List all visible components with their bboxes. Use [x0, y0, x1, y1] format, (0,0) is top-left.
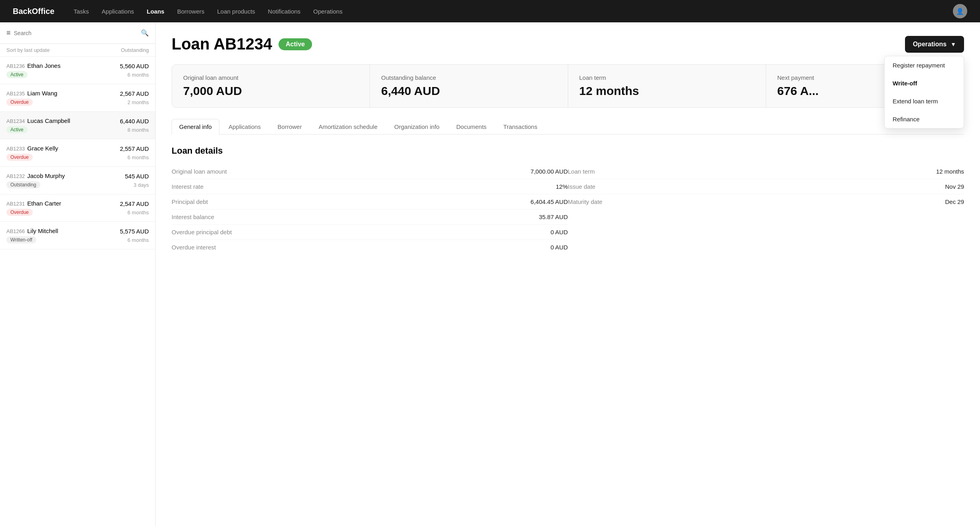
loan-amount: 6,440 AUD [120, 118, 149, 125]
nav-applications[interactable]: Applications [102, 8, 134, 15]
loan-item-ab1234[interactable]: AB1234Lucas Campbell 6,440 AUD Active 8 … [0, 112, 155, 139]
detail-value: 35.87 AUD [539, 214, 568, 220]
operations-dropdown-menu: Register repayment Write-off Extend loan… [884, 56, 964, 129]
loan-id: AB1234 [6, 118, 25, 124]
main-content: Loan AB1234 Active Operations ▼ Register… [156, 22, 980, 526]
status-badge: Active [6, 71, 28, 78]
dropdown-register-repayment[interactable]: Register repayment [885, 56, 964, 74]
nav-loans[interactable]: Loans [147, 8, 164, 15]
detail-label: Maturity date [568, 198, 603, 205]
loan-name: Liam Wang [27, 90, 57, 97]
avatar[interactable]: 👤 [953, 4, 967, 18]
loan-item-ab1233[interactable]: AB1233Grace Kelly 2,557 AUD Overdue 6 mo… [0, 139, 155, 167]
status-badge: Outstanding [6, 181, 40, 188]
dropdown-extend-loan-term[interactable]: Extend loan term [885, 92, 964, 110]
detail-issue-date: Issue date Nov 29 [568, 179, 964, 194]
loan-duration: 3 days [134, 182, 149, 188]
detail-original-loan: Original loan amount 7,000.00 AUD [172, 164, 568, 179]
stat-label: Loan term [579, 74, 755, 81]
loan-amount: 545 AUD [125, 173, 149, 180]
stat-label: Original loan amount [183, 74, 358, 81]
status-badge: Active [6, 126, 28, 133]
loan-duration: 6 months [128, 154, 149, 160]
tabs: General info Applications Borrower Amort… [172, 119, 964, 134]
loan-duration: 2 months [128, 99, 149, 105]
tab-transactions[interactable]: Transactions [496, 119, 545, 134]
loan-name: Grace Kelly [27, 145, 58, 152]
loan-id: AB1235 [6, 91, 25, 97]
loan-item-ab1266[interactable]: AB1266Lily Mitchell 5,575 AUD Written-of… [0, 222, 155, 249]
detail-label: Original loan amount [172, 168, 227, 175]
loan-name: Lucas Campbell [27, 117, 70, 124]
loan-name: Jacob Murphy [27, 172, 65, 179]
loan-details-section: Loan details Original loan amount 7,000.… [172, 146, 964, 255]
detail-value: 6,404.45 AUD [531, 198, 568, 205]
loan-item-ab1231[interactable]: AB1231Ethan Carter 2,547 AUD Overdue 6 m… [0, 194, 155, 222]
loan-title: Loan AB1234 [172, 35, 272, 53]
detail-principal-debt: Principal debt 6,404.45 AUD [172, 194, 568, 210]
loan-name: Ethan Jones [27, 62, 60, 69]
tab-applications[interactable]: Applications [221, 119, 269, 134]
tab-organization-info[interactable]: Organization info [387, 119, 447, 134]
sidebar: ≡ 🔍 Sort by last update Outstanding AB12… [0, 22, 156, 526]
detail-value: 7,000.00 AUD [531, 168, 568, 175]
operations-button[interactable]: Operations ▼ [905, 36, 964, 53]
stat-outstanding-balance: Outstanding balance 6,440 AUD [370, 65, 568, 107]
loan-amount: 5,575 AUD [120, 228, 149, 235]
sort-label: Sort by last update [6, 47, 49, 53]
nav-operations[interactable]: Operations [313, 8, 342, 15]
detail-label: Issue date [568, 183, 595, 190]
nav-notifications[interactable]: Notifications [268, 8, 300, 15]
detail-maturity-date: Maturity date Dec 29 [568, 194, 964, 209]
detail-label: Loan term [568, 168, 595, 175]
detail-interest-rate: Interest rate 12% [172, 179, 568, 194]
status-badge: Overdue [6, 99, 33, 106]
loan-header: Loan AB1234 Active Operations ▼ Register… [172, 35, 964, 53]
nav-tasks[interactable]: Tasks [74, 8, 89, 15]
loan-name: Ethan Carter [27, 200, 61, 207]
nav-loan-products[interactable]: Loan products [217, 8, 255, 15]
status-badge: Overdue [6, 209, 33, 216]
filter-icon[interactable]: ≡ [6, 29, 11, 37]
loan-duration: 6 months [128, 72, 149, 78]
loan-id: AB1231 [6, 201, 25, 207]
outstanding-label: Outstanding [121, 47, 149, 53]
stat-value: 6,440 AUD [381, 84, 556, 98]
detail-interest-balance: Interest balance 35.87 AUD [172, 210, 568, 225]
search-icon[interactable]: 🔍 [141, 29, 149, 37]
nav-borrowers[interactable]: Borrowers [177, 8, 204, 15]
loan-name: Lily Mitchell [27, 227, 58, 234]
status-badge: Written-off [6, 236, 36, 243]
tab-borrower[interactable]: Borrower [270, 119, 310, 134]
nav-links: Tasks Applications Loans Borrowers Loan … [74, 8, 953, 15]
loan-duration: 8 months [128, 127, 149, 133]
tab-general-info[interactable]: General info [172, 119, 219, 134]
tab-documents[interactable]: Documents [449, 119, 494, 134]
detail-value: 12% [556, 183, 568, 190]
detail-value: 0 AUD [551, 229, 568, 235]
loan-item-ab1236[interactable]: AB1236Ethan Jones 5,560 AUD Active 6 mon… [0, 57, 155, 84]
tab-amortization[interactable]: Amortization schedule [311, 119, 385, 134]
details-col-right: Loan term 12 months Issue date Nov 29 Ma… [568, 164, 964, 255]
stat-label: Outstanding balance [381, 74, 556, 81]
detail-value: 12 months [936, 168, 964, 175]
stat-original-loan: Original loan amount 7,000 AUD [172, 65, 370, 107]
loan-id: AB1233 [6, 146, 25, 152]
dropdown-write-off[interactable]: Write-off [885, 74, 964, 92]
sidebar-sort-bar: Sort by last update Outstanding [0, 44, 155, 57]
search-input[interactable] [14, 30, 138, 36]
loan-duration: 6 months [128, 237, 149, 243]
status-badge: Overdue [6, 154, 33, 161]
loan-id: AB1266 [6, 228, 25, 234]
loan-item-ab1232[interactable]: AB1232Jacob Murphy 545 AUD Outstanding 3… [0, 167, 155, 194]
navbar: BackOffice Tasks Applications Loans Borr… [0, 0, 980, 22]
stat-value: 12 months [579, 84, 755, 98]
detail-overdue-principal: Overdue principal debt 0 AUD [172, 225, 568, 240]
dropdown-refinance[interactable]: Refinance [885, 110, 964, 128]
detail-value: Dec 29 [945, 198, 964, 205]
loan-amount: 5,560 AUD [120, 63, 149, 69]
detail-value: 0 AUD [551, 244, 568, 251]
detail-label: Overdue principal debt [172, 229, 232, 235]
stats-row: Original loan amount 7,000 AUD Outstandi… [172, 64, 964, 108]
loan-item-ab1235[interactable]: AB1235Liam Wang 2,567 AUD Overdue 2 mont… [0, 84, 155, 112]
